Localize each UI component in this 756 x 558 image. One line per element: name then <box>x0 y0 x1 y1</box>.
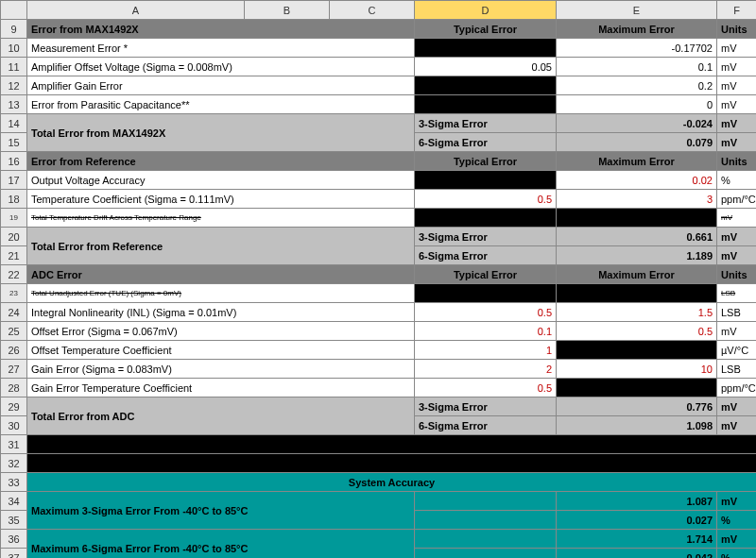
cell[interactable]: Maximum 6-Sigma Error From -40°C to 85°C <box>27 530 415 559</box>
row-header[interactable]: 31 <box>1 435 27 454</box>
cell[interactable]: ADC Error <box>27 265 415 284</box>
row-header[interactable]: 13 <box>1 95 27 114</box>
cell[interactable]: Total Unadjusted Error (TUE) (Sigma = 0m… <box>27 284 415 303</box>
cell[interactable]: Total Error from Reference <box>27 228 415 265</box>
cell[interactable]: LSB <box>717 284 757 303</box>
row-header[interactable]: 34 <box>1 492 27 511</box>
col-C[interactable]: C <box>330 1 415 20</box>
cell[interactable] <box>557 379 717 397</box>
row-header[interactable]: 17 <box>1 171 27 190</box>
row-header[interactable]: 36 <box>1 530 27 549</box>
cell[interactable]: mV <box>717 322 757 341</box>
cell[interactable]: mV <box>717 530 757 549</box>
cell[interactable]: Amplifier Offset Voltage (Sigma = 0.008m… <box>27 58 415 76</box>
cell[interactable]: Gain Error (Sigma = 0.083mV) <box>27 360 415 379</box>
cell[interactable]: LSB <box>717 360 757 379</box>
cell[interactable]: -0.024 <box>557 114 717 133</box>
row-header[interactable]: 37 <box>1 549 27 559</box>
cell[interactable]: Units <box>717 152 757 171</box>
cell[interactable]: 3-Sigma Error <box>415 228 557 246</box>
cell[interactable]: 0.5 <box>415 190 557 209</box>
cell[interactable]: 0.776 <box>557 397 717 416</box>
cell[interactable]: 0.5 <box>415 379 557 397</box>
cell[interactable]: Output Voltage Accuracy <box>27 171 415 190</box>
cell[interactable]: 1.5 <box>557 303 717 322</box>
cell[interactable]: Offset Error (Sigma = 0.067mV) <box>27 322 415 341</box>
cell[interactable]: mV <box>717 39 757 58</box>
cell[interactable] <box>557 341 717 360</box>
cell[interactable]: 0.05 <box>415 58 557 76</box>
cell[interactable]: 10 <box>557 360 717 379</box>
cell[interactable]: 0.5 <box>557 322 717 341</box>
row-header[interactable]: 32 <box>1 454 27 473</box>
row-header[interactable]: 29 <box>1 397 27 416</box>
cell[interactable]: 2 <box>415 360 557 379</box>
cell[interactable]: Total Temperature Drift Across Temperatu… <box>27 209 415 228</box>
cell[interactable]: mV <box>717 133 757 152</box>
row-header[interactable]: 28 <box>1 379 27 397</box>
cell[interactable]: 6-Sigma Error <box>415 133 557 152</box>
cell[interactable]: Integral Nonlinearity (INL) (Sigma = 0.0… <box>27 303 415 322</box>
col-F[interactable]: F <box>717 1 757 20</box>
cell[interactable] <box>415 530 557 549</box>
cell[interactable]: Typical Error <box>415 152 557 171</box>
row-header[interactable]: 35 <box>1 511 27 530</box>
cell[interactable]: 3-Sigma Error <box>415 397 557 416</box>
cell[interactable]: ppm/°C <box>717 379 757 397</box>
row-header[interactable]: 22 <box>1 265 27 284</box>
cell[interactable]: LSB <box>717 303 757 322</box>
cell[interactable] <box>557 284 717 303</box>
cell[interactable]: % <box>717 511 757 530</box>
cell[interactable]: mV <box>717 228 757 246</box>
cell[interactable]: 0.1 <box>415 322 557 341</box>
cell[interactable]: mV <box>717 58 757 76</box>
cell[interactable]: Total Error from ADC <box>27 397 415 435</box>
cell[interactable]: ppm/°C <box>717 190 757 209</box>
cell[interactable]: Maximum Error <box>557 265 717 284</box>
cell[interactable]: Gain Error Temperature Coefficient <box>27 379 415 397</box>
row-header[interactable]: 18 <box>1 190 27 209</box>
cell[interactable]: 0.02 <box>557 171 717 190</box>
cell[interactable]: 1.087 <box>557 492 717 511</box>
cell[interactable]: Measurement Error * <box>27 39 415 58</box>
cell[interactable]: 0.027 <box>557 511 717 530</box>
cell[interactable] <box>415 171 557 190</box>
cell[interactable]: Offset Temperature Coefficient <box>27 341 415 360</box>
cell[interactable]: mV <box>717 397 757 416</box>
cell[interactable]: % <box>717 549 757 559</box>
cell[interactable]: 0.079 <box>557 133 717 152</box>
cell[interactable]: µV/°C <box>717 341 757 360</box>
cell[interactable]: System Accuracy <box>27 473 757 492</box>
cell[interactable]: mV <box>717 114 757 133</box>
row-header[interactable]: 14 <box>1 114 27 133</box>
row-header[interactable]: 12 <box>1 76 27 95</box>
row-header[interactable]: 10 <box>1 39 27 58</box>
col-E[interactable]: E <box>557 1 717 20</box>
cell[interactable] <box>415 76 557 95</box>
col-A[interactable]: A <box>27 1 245 20</box>
cell[interactable]: -0.17702 <box>557 39 717 58</box>
cell[interactable]: 0.1 <box>557 58 717 76</box>
cell[interactable]: 3-Sigma Error <box>415 114 557 133</box>
row-header[interactable]: 27 <box>1 360 27 379</box>
cell[interactable]: 0.5 <box>415 303 557 322</box>
row-header[interactable]: 15 <box>1 133 27 152</box>
cell[interactable]: Units <box>717 20 757 39</box>
cell[interactable]: 0.661 <box>557 228 717 246</box>
cell[interactable]: 0.042 <box>557 549 717 559</box>
cell[interactable]: mV <box>717 492 757 511</box>
cell[interactable]: mV <box>717 95 757 114</box>
cell[interactable]: mV <box>717 76 757 95</box>
cell[interactable]: % <box>717 171 757 190</box>
row-header[interactable]: 33 <box>1 473 27 492</box>
cell[interactable]: Temperature Coefficient (Sigma = 0.111mV… <box>27 190 415 209</box>
row-header[interactable]: 26 <box>1 341 27 360</box>
cell[interactable]: 1.098 <box>557 416 717 435</box>
row-header[interactable]: 19 <box>1 209 27 228</box>
row-header[interactable]: 25 <box>1 322 27 341</box>
cell[interactable]: Maximum 3-Sigma Error From -40°C to 85°C <box>27 492 415 530</box>
cell[interactable]: Units <box>717 265 757 284</box>
cell[interactable]: Maximum Error <box>557 152 717 171</box>
cell[interactable] <box>557 209 717 228</box>
cell[interactable] <box>415 39 557 58</box>
